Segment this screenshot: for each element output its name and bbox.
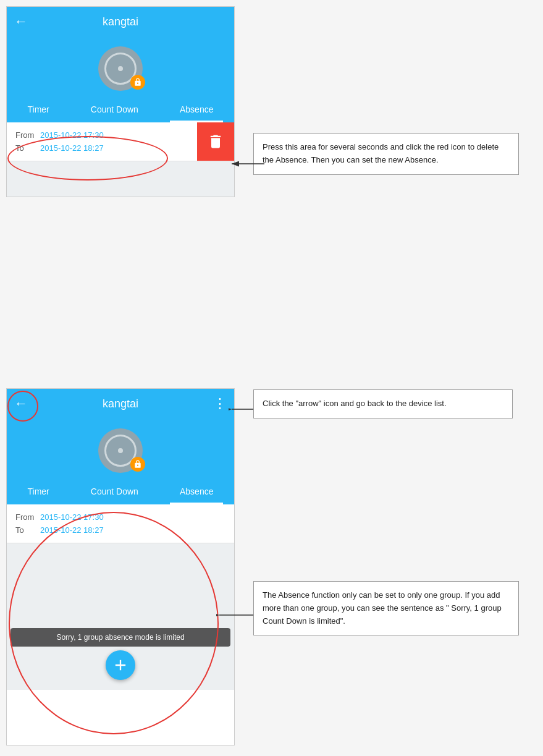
- bottom-to-value: 2015-10-22 18:27: [40, 525, 104, 535]
- bottom-app-header: ← kangtai ⋮: [7, 389, 234, 418]
- top-tabs-bar: Timer Count Down Absence: [7, 98, 234, 122]
- bottom-to-label: To: [15, 525, 40, 535]
- top-from-value: 2015-10-22 17:30: [40, 130, 104, 140]
- bottom-list-item[interactable]: From 2015-10-22 17:30 To 2015-10-22 18:2…: [7, 504, 234, 543]
- bottom-to-row: To 2015-10-22 18:27: [15, 524, 225, 537]
- bottom-left-annotation-text: The Absence function only can be set to …: [263, 590, 502, 626]
- bottom-back-button[interactable]: ←: [14, 396, 28, 412]
- top-to-label: To: [15, 143, 40, 153]
- top-annotation-text: Press this area for several seconds and …: [263, 142, 499, 164]
- bottom-list-area: From 2015-10-22 17:30 To 2015-10-22 18:2…: [7, 504, 234, 690]
- bottom-tab-absence[interactable]: Absence: [170, 480, 223, 504]
- top-app-title: kangtai: [103, 15, 138, 28]
- top-app-header: ← kangtai: [7, 7, 234, 36]
- top-avatar-area: [7, 36, 234, 98]
- bottom-lock-badge: [130, 457, 145, 472]
- bottom-left-annotation: The Absence function only can be set to …: [253, 581, 519, 635]
- bottom-avatar-circle: [98, 428, 143, 473]
- bottom-fab[interactable]: [106, 650, 135, 680]
- top-list-item[interactable]: From 2015-10-22 17:30 To 2015-10-22 18:2…: [7, 122, 234, 161]
- top-list-item-content: From 2015-10-22 17:30 To 2015-10-22 18:2…: [7, 122, 197, 161]
- bottom-tab-countdown[interactable]: Count Down: [81, 480, 148, 504]
- bottom-tab-timer[interactable]: Timer: [18, 480, 59, 504]
- bottom-right-annotation-text: Click the "arrow" icon and go back to th…: [263, 399, 447, 408]
- bottom-phone-section: ← kangtai ⋮ Timer Count Down Absence Fro…: [6, 388, 235, 745]
- top-annotation-box: Press this area for several seconds and …: [253, 133, 519, 175]
- bottom-right-annotation: Click the "arrow" icon and go back to th…: [253, 389, 513, 418]
- top-tab-countdown[interactable]: Count Down: [81, 98, 148, 122]
- top-delete-button[interactable]: [197, 122, 234, 161]
- top-from-row: From 2015-10-22 17:30: [15, 129, 188, 142]
- bottom-avatar-dot: [118, 448, 123, 453]
- top-avatar-dot: [118, 66, 123, 71]
- top-avatar-circle: [98, 46, 143, 91]
- bottom-avatar-area: [7, 418, 234, 480]
- bottom-tabs-bar: Timer Count Down Absence: [7, 480, 234, 504]
- bottom-app-title: kangtai: [103, 397, 138, 410]
- bottom-from-row: From 2015-10-22 17:30: [15, 511, 225, 524]
- top-tab-timer[interactable]: Timer: [18, 98, 59, 122]
- top-lock-badge: [130, 75, 145, 90]
- bottom-list-item-content: From 2015-10-22 17:30 To 2015-10-22 18:2…: [7, 504, 234, 543]
- top-back-button[interactable]: ←: [14, 14, 28, 30]
- top-from-label: From: [15, 130, 40, 140]
- top-list-area: From 2015-10-22 17:30 To 2015-10-22 18:2…: [7, 122, 234, 197]
- top-phone-section: ← kangtai Timer Count Down Absence From …: [6, 6, 235, 197]
- top-to-row: To 2015-10-22 18:27: [15, 142, 188, 155]
- top-tab-absence[interactable]: Absence: [170, 98, 223, 122]
- bottom-more-button[interactable]: ⋮: [213, 396, 227, 412]
- bottom-from-label: From: [15, 512, 40, 522]
- bottom-from-value: 2015-10-22 17:30: [40, 512, 104, 522]
- top-to-value: 2015-10-22 18:27: [40, 143, 104, 153]
- bottom-snackbar: Sorry, 1 group absence mode is limited: [11, 628, 230, 647]
